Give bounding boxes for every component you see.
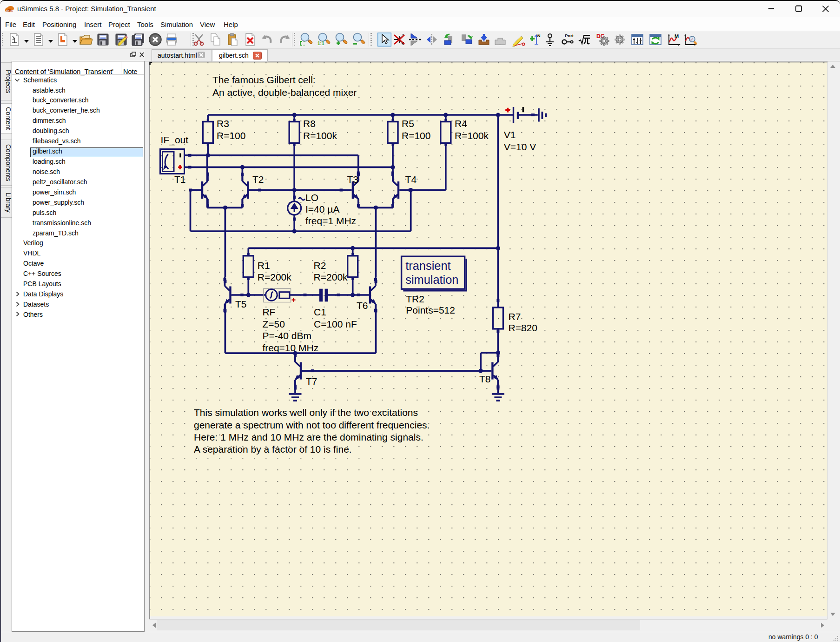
svg-text:R=100k: R=100k: [455, 130, 489, 141]
svg-text:IF_out: IF_out: [161, 134, 189, 146]
svg-text:T6: T6: [357, 300, 368, 311]
svg-text:Here: 1 MHz and 10 MHz are the: Here: 1 MHz and 10 MHz are the dominatin…: [194, 432, 423, 442]
svg-text:R1: R1: [258, 260, 270, 271]
svg-text:R=100: R=100: [402, 130, 430, 141]
svg-text:LO: LO: [305, 192, 318, 203]
svg-text:N: N: [537, 33, 541, 38]
svg-text:freq=1 MHz: freq=1 MHz: [305, 215, 356, 226]
svg-text:T8: T8: [479, 374, 491, 384]
svg-text:Port: Port: [565, 33, 574, 38]
svg-text:R7: R7: [509, 311, 521, 322]
svg-text:R=200k: R=200k: [258, 272, 291, 282]
svg-text:Z=50: Z=50: [262, 319, 284, 329]
svg-text:P=-40 dBm: P=-40 dBm: [262, 330, 311, 341]
svg-text:T7: T7: [306, 376, 317, 387]
svg-text:M: M: [675, 33, 679, 39]
svg-text:T5: T5: [235, 299, 247, 309]
svg-text:freq=10 MHz: freq=10 MHz: [262, 342, 318, 353]
svg-text:V=10 V: V=10 V: [504, 141, 536, 152]
svg-text:R=100: R=100: [217, 130, 245, 141]
svg-text:transient: transient: [405, 259, 450, 272]
svg-text:R4: R4: [455, 118, 467, 129]
svg-text:R=100k: R=100k: [303, 130, 337, 141]
svg-text:C=100 nF: C=100 nF: [314, 319, 357, 329]
svg-text:T2: T2: [252, 174, 264, 185]
svg-text:simulation: simulation: [405, 273, 458, 286]
svg-text:generate a spectrum with not t: generate a spectrum with not too differe…: [194, 420, 430, 430]
svg-text:R=200k: R=200k: [314, 272, 348, 282]
svg-text:An active, double-balanced mix: An active, double-balanced mixer: [212, 87, 357, 98]
svg-text:I=40 µA: I=40 µA: [305, 204, 339, 214]
svg-text:This simulation works well onl: This simulation works well only if the t…: [194, 407, 418, 418]
svg-text:The famous Gilbert cell:: The famous Gilbert cell:: [212, 74, 316, 85]
svg-text:TR2: TR2: [406, 294, 424, 304]
svg-text:R2: R2: [314, 260, 326, 271]
svg-text:T1: T1: [174, 174, 186, 185]
svg-text:1:1: 1:1: [317, 41, 324, 46]
svg-text:Points=512: Points=512: [406, 305, 455, 315]
svg-text:R3: R3: [217, 118, 229, 129]
svg-text:T4: T4: [405, 174, 417, 185]
svg-text:R=820: R=820: [509, 322, 537, 333]
svg-text:uSim: uSim: [7, 9, 14, 13]
svg-text:R5: R5: [402, 118, 414, 129]
svg-text:V1: V1: [504, 129, 516, 140]
svg-text:A separation by a factor of 10: A separation by a factor of 10 is fine.: [194, 444, 352, 455]
svg-text:R8: R8: [303, 118, 316, 129]
svg-text:C1: C1: [314, 307, 326, 317]
svg-text:T3: T3: [347, 174, 359, 185]
svg-text:RF: RF: [262, 307, 275, 317]
